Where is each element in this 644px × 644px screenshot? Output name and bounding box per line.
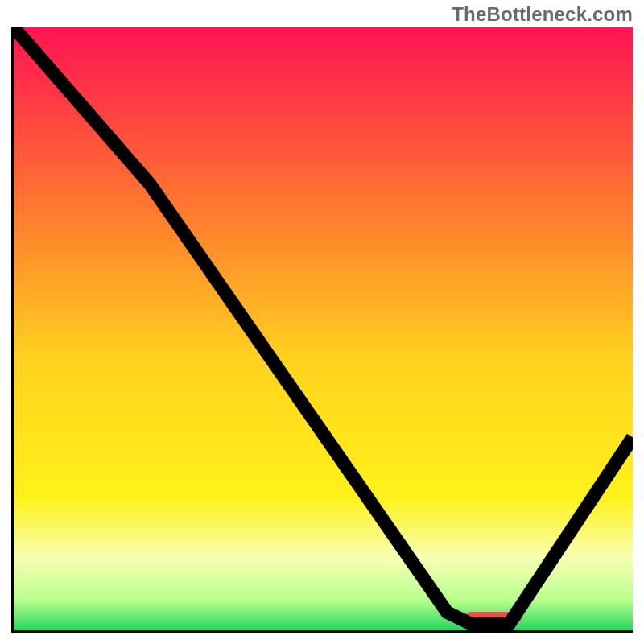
plot-area [11, 27, 633, 633]
chart-canvas: TheBottleneck.com [0, 0, 644, 644]
bottleneck-curve [14, 27, 633, 630]
watermark-text: TheBottleneck.com [452, 3, 633, 26]
curve-path [14, 27, 633, 625]
